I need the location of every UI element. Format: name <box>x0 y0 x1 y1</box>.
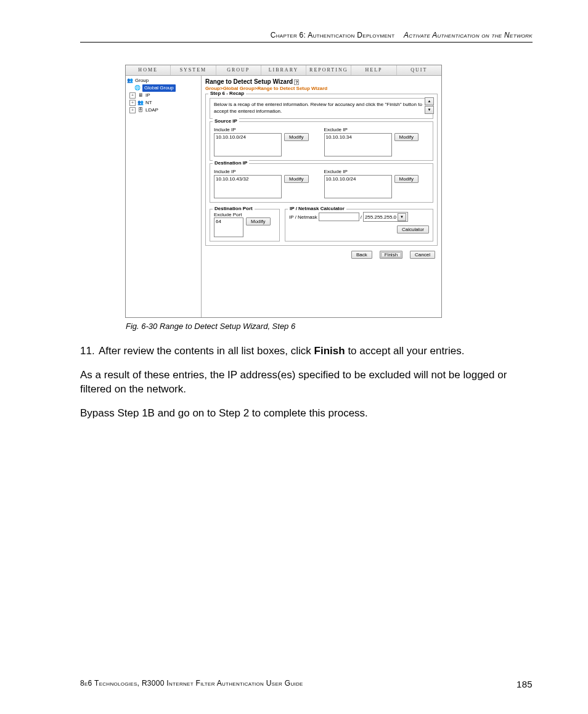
computer-icon: 🖥 <box>137 92 144 99</box>
include-ip-label: Include IP <box>214 127 319 132</box>
menu-group[interactable]: GROUP <box>216 65 261 75</box>
menubar: HOME SYSTEM GROUP LIBRARY REPORTING HELP… <box>126 65 441 76</box>
menu-help[interactable]: HELP <box>351 65 396 75</box>
recap-text: Below is a recap of the entered informat… <box>214 101 423 115</box>
menu-reporting[interactable]: REPORTING <box>306 65 351 75</box>
netmask-value: 255.255.255.0 <box>365 214 396 220</box>
tree-root[interactable]: 👥 Group <box>127 77 200 84</box>
header-section: Activate Authentication on the Network <box>404 31 533 39</box>
figure-caption: Fig. 6-30 Range to Detect Setup Wizard, … <box>126 322 441 331</box>
netmask-select[interactable]: 255.255.255.0 ▼ <box>363 212 408 222</box>
source-legend: Source IP <box>213 118 239 124</box>
tree-ldap-label: LDAP <box>145 107 158 114</box>
expand-icon[interactable]: + <box>129 100 136 106</box>
destport-legend: Destination Port <box>213 206 255 211</box>
tree-nt-label: NT <box>145 99 152 107</box>
app-window: HOME SYSTEM GROUP LIBRARY REPORTING HELP… <box>125 65 442 318</box>
tree-ip[interactable]: + 🖥 IP <box>127 92 200 99</box>
modify-button[interactable]: Modify <box>246 217 271 225</box>
footer-title: 8e6 Technologies, R3000 Internet Filter … <box>80 679 303 689</box>
menu-quit[interactable]: QUIT <box>397 65 441 75</box>
step6-legend: Step 6 - Recap <box>208 91 246 96</box>
back-button[interactable]: Back <box>351 251 372 259</box>
exclude-ip-label: Exclude IP <box>324 169 430 174</box>
tree-ldap[interactable]: + 🗄 LDAP <box>127 107 200 114</box>
header-chapter: Chapter 6: Authentication Deployment <box>271 31 395 39</box>
netmask-calc-fieldset: IP / Netmask Calculator IP / Netmask / 2… <box>285 209 433 241</box>
tree-root-label: Group <box>135 77 149 84</box>
include-ip-label: Include IP <box>214 169 319 174</box>
menu-system[interactable]: SYSTEM <box>171 65 216 75</box>
source-ip-fieldset: Source IP Include IP 10.10.10.0/24 Modif… <box>210 121 433 161</box>
menu-home[interactable]: HOME <box>126 65 171 75</box>
calculator-button[interactable]: Calculator <box>397 225 429 233</box>
scroll-down-icon[interactable]: ▼ <box>425 106 434 114</box>
expand-icon[interactable]: + <box>129 107 136 113</box>
users-icon: 👥 <box>137 100 144 106</box>
modify-button[interactable]: Modify <box>394 133 419 141</box>
exclude-ip-label: Exclude IP <box>324 127 430 132</box>
dest-include-list[interactable]: 10.10.10.43/32 <box>214 175 282 198</box>
result-paragraph: As a result of these entries, the IP add… <box>80 368 533 397</box>
tree-nt[interactable]: + 👥 NT <box>127 99 200 107</box>
exclude-port-label: Exclude Port <box>214 212 276 217</box>
ip-input[interactable] <box>319 213 359 221</box>
expand-icon[interactable]: + <box>129 92 136 99</box>
modify-button[interactable]: Modify <box>394 175 419 183</box>
finish-bold: Finish <box>314 345 345 357</box>
sidebar-tree: 👥 Group 🌐 Global Group + 🖥 IP <box>126 76 202 317</box>
page-footer: 8e6 Technologies, R3000 Internet Filter … <box>80 679 533 689</box>
destination-ip-fieldset: Destination IP Include IP 10.10.10.43/32… <box>210 163 433 203</box>
recap-box: Below is a recap of the entered informat… <box>210 98 433 119</box>
cancel-button[interactable]: Cancel <box>410 251 435 259</box>
running-header: Chapter 6: Authentication Deployment Act… <box>80 31 533 43</box>
scroll-up-icon[interactable]: ▲ <box>425 97 434 105</box>
chevron-down-icon[interactable]: ▼ <box>398 213 406 221</box>
modify-button[interactable]: Modify <box>284 175 309 183</box>
group-icon: 👥 <box>127 78 133 84</box>
wizard-panel: Range to Detect Setup Wizard? Group>Glob… <box>202 76 441 317</box>
menu-library[interactable]: LIBRARY <box>261 65 306 75</box>
step11-paragraph: After review the contents in all list bo… <box>99 344 533 359</box>
dest-legend: Destination IP <box>213 160 249 166</box>
server-icon: 🗄 <box>137 107 144 113</box>
wizard-title: Range to Detect Setup Wizard? <box>205 78 438 85</box>
globe-icon: 🌐 <box>134 85 141 91</box>
step6-fieldset: Step 6 - Recap Below is a recap of the e… <box>205 94 438 246</box>
exclude-port-list[interactable]: 64 <box>214 217 243 237</box>
finish-button[interactable]: Finish <box>380 251 402 259</box>
page-number: 185 <box>517 679 533 689</box>
slash-separator: / <box>361 214 362 220</box>
modify-button[interactable]: Modify <box>284 133 309 141</box>
step-number: 11. <box>80 344 99 368</box>
tree-global-group[interactable]: 🌐 Global Group <box>127 84 200 92</box>
calc-legend: IP / Netmask Calculator <box>288 206 346 211</box>
calc-label: IP / Netmask <box>289 214 317 220</box>
body-text: 11. After review the contents in all lis… <box>80 344 533 421</box>
source-include-list[interactable]: 10.10.10.0/24 <box>214 133 282 156</box>
source-exclude-list[interactable]: 10.10.10.34 <box>324 133 392 156</box>
bypass-paragraph: Bypass Step 1B and go on to Step 2 to co… <box>80 407 533 421</box>
dest-port-fieldset: Destination Port Exclude Port 64 Modify <box>210 209 280 241</box>
dest-exclude-list[interactable]: 10.10.10.0/24 <box>324 175 392 198</box>
tree-ip-label: IP <box>145 92 150 99</box>
tree-selected-label: Global Group <box>142 84 176 92</box>
help-icon[interactable]: ? <box>294 79 299 85</box>
